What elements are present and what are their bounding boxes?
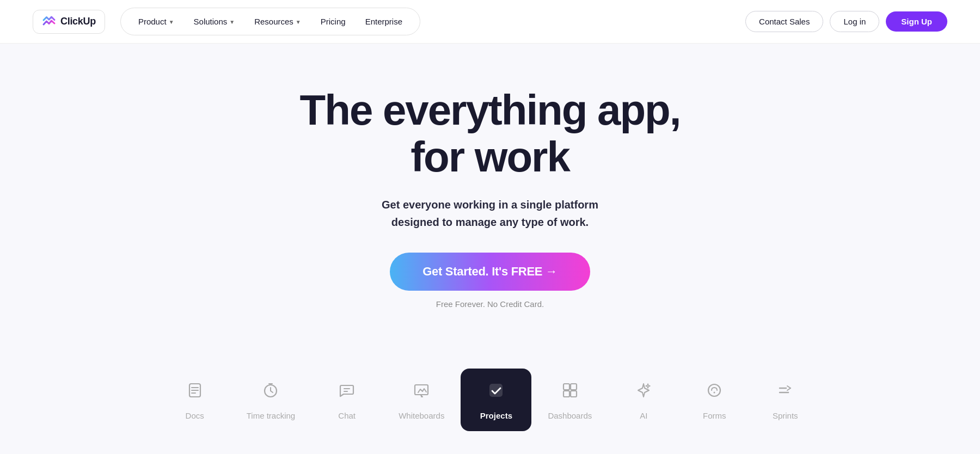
tab-dashboards[interactable]: Dashboards	[531, 369, 608, 431]
svg-line-23	[787, 388, 791, 390]
logo-text: ClickUp	[60, 16, 96, 27]
tab-whiteboards[interactable]: Whiteboards	[382, 369, 461, 431]
tab-time-tracking[interactable]: Time tracking	[230, 369, 311, 431]
svg-point-19	[714, 391, 715, 393]
nav-pricing[interactable]: Pricing	[312, 13, 354, 30]
clickup-logo-icon	[42, 15, 56, 29]
svg-rect-13	[489, 384, 503, 397]
nav-resources[interactable]: Resources ▼	[246, 13, 310, 30]
docs-icon	[182, 377, 208, 403]
navbar-left: ClickUp Product ▼ Solutions ▼ Resources …	[33, 8, 420, 35]
contact-sales-button[interactable]: Contact Sales	[745, 11, 823, 32]
svg-rect-16	[564, 391, 569, 397]
hero-subtitle: Get everyone working in a single platfor…	[382, 196, 598, 231]
navbar: ClickUp Product ▼ Solutions ▼ Resources …	[0, 0, 980, 44]
svg-line-6	[271, 391, 273, 392]
whiteboards-icon	[408, 377, 434, 403]
svg-rect-15	[571, 384, 577, 390]
hero-title: The everything app, for work	[300, 87, 681, 181]
chevron-down-icon: ▼	[296, 19, 301, 25]
nav-enterprise[interactable]: Enterprise	[357, 13, 411, 30]
logo[interactable]: ClickUp	[33, 10, 105, 34]
nav-links: Product ▼ Solutions ▼ Resources ▼ Pricin…	[120, 8, 420, 35]
tab-sprints[interactable]: Sprints	[750, 369, 820, 431]
sprints-icon	[772, 377, 798, 403]
dashboards-icon	[557, 377, 583, 403]
chat-icon	[334, 377, 360, 403]
projects-icon	[483, 377, 509, 403]
forms-icon	[701, 377, 727, 403]
chevron-down-icon: ▼	[169, 19, 174, 25]
get-started-button[interactable]: Get Started. It's FREE →	[390, 253, 590, 291]
svg-rect-17	[571, 391, 577, 397]
nav-product[interactable]: Product ▼	[130, 13, 183, 30]
nav-solutions[interactable]: Solutions ▼	[185, 13, 244, 30]
hero-fine-print: Free Forever. No Credit Card.	[436, 299, 544, 309]
feature-tabs: Docs Time tracking Chat	[0, 358, 980, 431]
hero-section: The everything app, for work Get everyon…	[0, 44, 980, 341]
tab-ai[interactable]: AI	[608, 369, 679, 431]
ai-icon	[630, 377, 657, 403]
tab-projects[interactable]: Projects	[461, 369, 531, 431]
time-tracking-icon	[258, 377, 284, 403]
chevron-down-icon: ▼	[229, 19, 235, 25]
login-button[interactable]: Log in	[830, 11, 879, 32]
tab-forms[interactable]: Forms	[679, 369, 750, 431]
tab-chat[interactable]: Chat	[311, 369, 382, 431]
svg-rect-14	[564, 384, 569, 390]
tab-docs[interactable]: Docs	[160, 369, 230, 431]
navbar-right: Contact Sales Log in Sign Up	[745, 11, 947, 32]
svg-point-18	[708, 384, 720, 396]
signup-button[interactable]: Sign Up	[886, 11, 947, 32]
